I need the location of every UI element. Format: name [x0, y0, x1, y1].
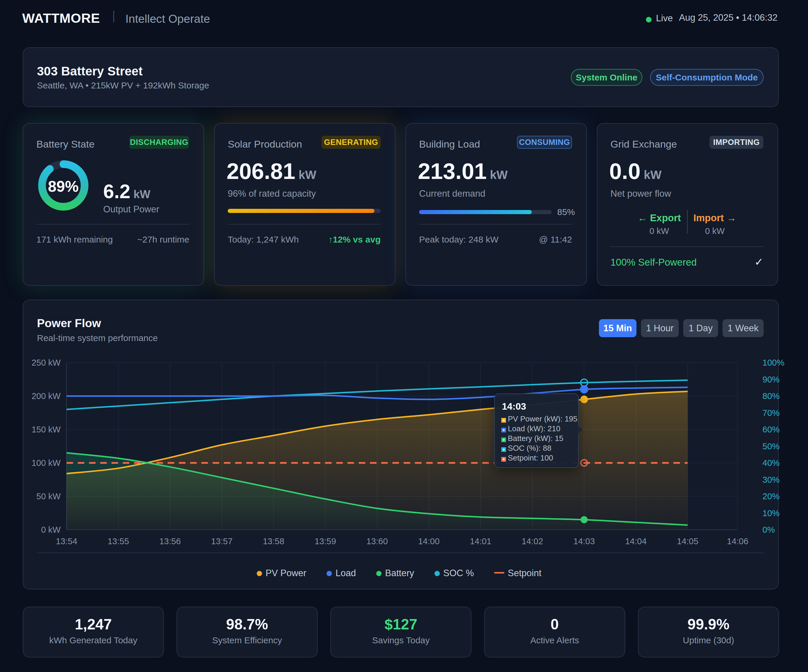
svg-text:50 kW: 50 kW [37, 491, 61, 501]
svg-text:0%: 0% [763, 525, 775, 535]
svg-text:13:56: 13:56 [159, 537, 181, 546]
svg-text:40%: 40% [763, 458, 780, 468]
svg-text:14:05: 14:05 [677, 537, 699, 546]
svg-text:60%: 60% [763, 425, 780, 434]
svg-text:13:59: 13:59 [315, 537, 336, 546]
svg-text:14:03: 14:03 [573, 537, 595, 546]
svg-text:13:60: 13:60 [366, 537, 388, 546]
svg-text:90%: 90% [763, 375, 780, 384]
svg-text:50%: 50% [763, 441, 780, 451]
svg-text:14:02: 14:02 [522, 537, 543, 546]
svg-text:200 kW: 200 kW [32, 391, 61, 401]
svg-text:14:00: 14:00 [418, 537, 440, 546]
svg-text:100%: 100% [763, 358, 785, 367]
svg-text:80%: 80% [763, 391, 780, 401]
svg-text:10%: 10% [763, 508, 780, 518]
svg-text:14:06: 14:06 [727, 537, 748, 546]
svg-text:30%: 30% [763, 475, 780, 485]
svg-text:0 kW: 0 kW [41, 525, 61, 535]
svg-text:14:01: 14:01 [470, 537, 492, 546]
svg-text:150 kW: 150 kW [32, 425, 61, 434]
svg-text:100 kW: 100 kW [32, 458, 61, 468]
svg-text:250 kW: 250 kW [32, 358, 61, 367]
svg-text:20%: 20% [763, 491, 780, 501]
svg-text:13:57: 13:57 [211, 537, 233, 546]
svg-text:14:04: 14:04 [625, 537, 647, 546]
svg-text:13:58: 13:58 [263, 537, 284, 546]
svg-text:70%: 70% [763, 408, 780, 418]
svg-text:13:54: 13:54 [56, 537, 77, 546]
svg-text:13:55: 13:55 [108, 537, 129, 546]
